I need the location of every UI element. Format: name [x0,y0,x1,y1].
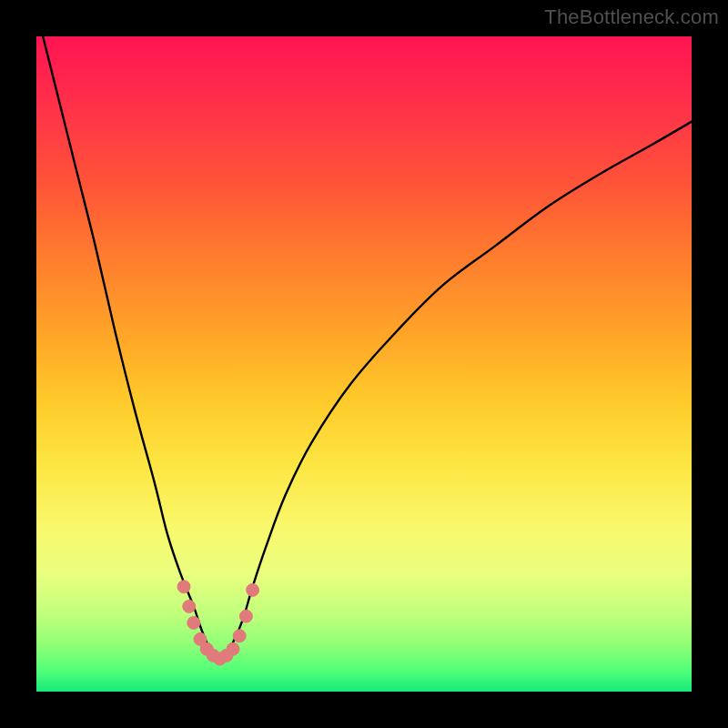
marker-dot [227,642,239,655]
marker-dot [247,583,259,596]
plot-area [36,36,692,692]
marker-dot [177,581,190,593]
marker-dot [239,610,252,622]
marker-dot [183,600,196,612]
marker-group [177,581,259,665]
chart-frame: TheBottleneck.com [0,0,728,728]
marker-dot [233,630,246,642]
marker-dot [187,616,200,629]
watermark-text: TheBottleneck.com [544,5,719,29]
curve-line [36,10,692,659]
chart-svg [36,36,692,692]
